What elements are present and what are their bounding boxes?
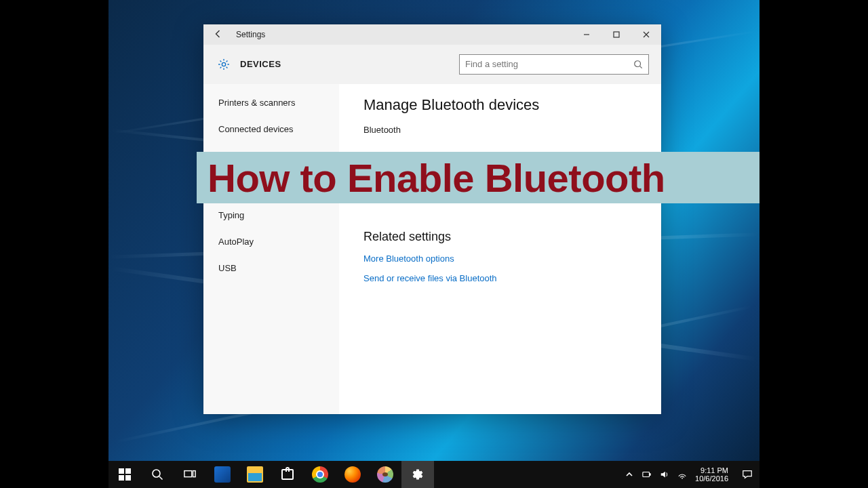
sidebar-item-label: Printers & scanners bbox=[218, 98, 295, 108]
svg-point-2 bbox=[635, 60, 641, 66]
search-box[interactable] bbox=[459, 54, 649, 75]
maximize-button[interactable] bbox=[601, 24, 631, 45]
tray-network-icon[interactable] bbox=[673, 470, 691, 479]
taskbar-clock[interactable]: 9:11 PM 10/6/2016 bbox=[691, 466, 734, 483]
taskbar-app-explorer[interactable] bbox=[239, 461, 271, 488]
taskbar-app-settings[interactable] bbox=[401, 461, 434, 488]
chrome-icon bbox=[312, 466, 328, 483]
svg-rect-5 bbox=[119, 475, 124, 481]
settings-gear-icon bbox=[217, 58, 231, 71]
tray-overflow-button[interactable] bbox=[620, 471, 638, 478]
taskbar-app-store[interactable] bbox=[271, 461, 304, 488]
close-button[interactable] bbox=[631, 24, 661, 45]
search-button[interactable] bbox=[141, 461, 174, 488]
minimize-button[interactable] bbox=[572, 24, 601, 45]
related-settings-heading: Related settings bbox=[363, 230, 644, 244]
link-label: Send or receive files via Bluetooth bbox=[363, 273, 497, 283]
tray-power-icon[interactable] bbox=[638, 470, 656, 479]
svg-rect-4 bbox=[125, 468, 131, 474]
svg-rect-6 bbox=[125, 475, 131, 481]
system-tray: 9:11 PM 10/6/2016 bbox=[620, 461, 760, 488]
svg-rect-0 bbox=[614, 32, 619, 37]
sidebar-item-label: AutoPlay bbox=[218, 237, 254, 247]
task-view-button[interactable] bbox=[174, 461, 206, 488]
firefox-icon bbox=[344, 466, 361, 483]
store-icon bbox=[281, 469, 294, 480]
sidebar-item-usb[interactable]: USB bbox=[203, 255, 339, 281]
link-more-options[interactable]: More Bluetooth options bbox=[363, 253, 644, 264]
svg-rect-3 bbox=[119, 468, 124, 474]
search-icon bbox=[633, 60, 643, 69]
taskbar-app-paint[interactable] bbox=[369, 461, 401, 488]
sidebar-item-label: Typing bbox=[218, 210, 244, 220]
svg-point-12 bbox=[682, 478, 683, 479]
back-button[interactable] bbox=[203, 30, 233, 40]
overlay-banner: How to Enable Bluetooth bbox=[197, 152, 760, 203]
taskbar-app-edge[interactable] bbox=[206, 461, 239, 488]
action-center-button[interactable] bbox=[734, 469, 760, 480]
sidebar-item-typing[interactable]: Typing bbox=[203, 202, 339, 228]
svg-rect-8 bbox=[184, 471, 192, 477]
edge-icon bbox=[214, 466, 231, 483]
link-label: More Bluetooth options bbox=[363, 253, 454, 264]
file-explorer-icon bbox=[247, 466, 263, 483]
overlay-banner-text: How to Enable Bluetooth bbox=[208, 155, 665, 201]
sidebar-item-autoplay[interactable]: AutoPlay bbox=[203, 228, 339, 255]
clock-time: 9:11 PM bbox=[695, 466, 728, 474]
sidebar-item-label: Connected devices bbox=[218, 124, 294, 134]
sidebar-item-label: USB bbox=[218, 263, 237, 273]
clock-date: 10/6/2016 bbox=[695, 474, 728, 483]
desktop-wallpaper: Settings DEVICES Printers & scan bbox=[108, 0, 760, 488]
link-send-receive[interactable]: Send or receive files via Bluetooth bbox=[363, 273, 644, 283]
sidebar-item-printers[interactable]: Printers & scanners bbox=[203, 89, 339, 116]
settings-sidebar: Printers & scanners Connected devices Ty… bbox=[203, 84, 339, 414]
taskbar: 9:11 PM 10/6/2016 bbox=[108, 461, 760, 488]
svg-point-7 bbox=[153, 470, 160, 477]
svg-point-1 bbox=[222, 62, 225, 66]
window-title: Settings bbox=[233, 30, 265, 39]
svg-rect-11 bbox=[650, 473, 651, 476]
settings-category-title: DEVICES bbox=[240, 59, 281, 69]
settings-window: Settings DEVICES Printers & scan bbox=[203, 24, 661, 414]
taskbar-app-chrome[interactable] bbox=[304, 461, 336, 488]
taskbar-app-firefox[interactable] bbox=[336, 461, 369, 488]
settings-main: Manage Bluetooth devices Bluetooth Relat… bbox=[339, 84, 661, 414]
search-input[interactable] bbox=[465, 59, 633, 69]
svg-rect-9 bbox=[193, 471, 196, 477]
svg-rect-10 bbox=[643, 472, 650, 477]
bluetooth-label: Bluetooth bbox=[363, 125, 644, 135]
gear-icon bbox=[412, 468, 424, 481]
paint-icon bbox=[377, 466, 393, 483]
sidebar-item-connected[interactable]: Connected devices bbox=[203, 116, 339, 142]
start-button[interactable] bbox=[108, 461, 141, 488]
main-heading: Manage Bluetooth devices bbox=[363, 96, 644, 114]
settings-header: DEVICES bbox=[203, 45, 661, 84]
tray-volume-icon[interactable] bbox=[656, 470, 673, 479]
window-titlebar: Settings bbox=[203, 24, 661, 45]
